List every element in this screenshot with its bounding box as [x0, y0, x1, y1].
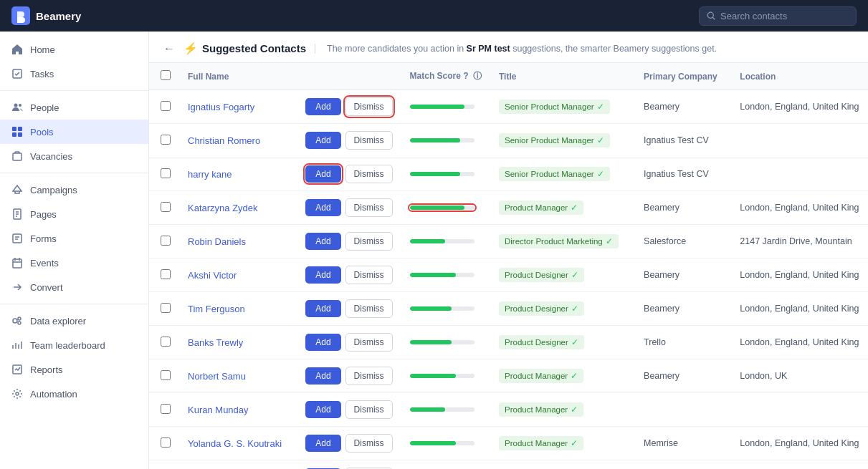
sidebar-item-reports[interactable]: Reports — [0, 357, 148, 382]
row-checkbox[interactable] — [161, 135, 171, 145]
sidebar-item-team-leaderboard[interactable]: Team leaderboard — [0, 333, 148, 357]
add-button[interactable]: Add — [305, 401, 340, 418]
dismiss-button[interactable]: Dismiss — [345, 434, 393, 453]
dismiss-button[interactable]: Dismiss — [345, 232, 393, 251]
row-checkbox-cell[interactable] — [149, 292, 179, 326]
row-contact-name-cell: Christian Romero — [179, 124, 297, 158]
row-contact-name-cell: harry kane — [179, 158, 297, 191]
search-contacts-box[interactable]: Search contacts — [699, 6, 857, 26]
sidebar-item-pages[interactable]: Pages — [0, 202, 148, 226]
row-checkbox-cell[interactable] — [149, 158, 179, 191]
row-checkbox[interactable] — [161, 437, 171, 448]
row-checkbox-cell[interactable] — [149, 427, 179, 460]
add-button[interactable]: Add — [305, 165, 340, 183]
dismiss-button[interactable]: Dismiss — [345, 131, 393, 150]
row-contact-name-cell: Tim Ferguson — [179, 292, 297, 326]
sidebar-item-convert[interactable]: Convert — [0, 275, 148, 299]
row-checkbox-cell[interactable] — [149, 191, 179, 225]
contact-name-link[interactable]: Akshi Victor — [188, 270, 237, 281]
svg-rect-12 — [13, 259, 22, 268]
contact-name-link[interactable]: Yolanda G. S. Koutraki — [188, 438, 282, 449]
add-button[interactable]: Add — [305, 233, 340, 250]
row-checkbox[interactable] — [161, 168, 171, 178]
contact-name-link[interactable]: Kuran Munday — [188, 405, 249, 415]
contact-name-link[interactable]: Christian Romero — [188, 135, 260, 146]
row-checkbox-cell[interactable] — [149, 359, 179, 393]
add-button[interactable]: Add — [305, 98, 340, 115]
row-title-cell: Product Designer ✓ — [490, 258, 635, 292]
row-actions-cell: AddDismiss — [297, 427, 401, 460]
subtitle-bold: Sr PM test — [467, 44, 513, 54]
contact-name-link[interactable]: Tim Ferguson — [188, 304, 245, 314]
contact-name-link[interactable]: harry kane — [188, 169, 232, 180]
sidebar-item-home[interactable]: Home — [0, 37, 148, 62]
search-placeholder: Search contacts — [720, 11, 787, 21]
sidebar-item-tasks[interactable]: Tasks — [0, 62, 148, 86]
add-button[interactable]: Add — [305, 367, 340, 385]
row-checkbox[interactable] — [161, 101, 171, 111]
row-checkbox[interactable] — [161, 404, 171, 414]
row-actions-cell: AddDismiss — [297, 359, 401, 393]
row-checkbox[interactable] — [161, 236, 171, 246]
row-match-score-cell — [401, 90, 490, 124]
row-checkbox[interactable] — [161, 337, 171, 347]
dismiss-button[interactable]: Dismiss — [345, 97, 393, 116]
sidebar-item-automation[interactable]: Automation — [0, 382, 148, 406]
row-checkbox-cell[interactable] — [149, 326, 179, 359]
sidebar-label-events: Events — [30, 258, 59, 269]
add-button[interactable]: Add — [305, 199, 340, 216]
contact-name-link[interactable]: Norbert Samu — [188, 371, 246, 382]
row-company-cell: Trello — [635, 326, 731, 359]
sidebar-item-campaigns[interactable]: Campaigns — [0, 178, 148, 202]
add-button[interactable]: Add — [305, 132, 340, 149]
dismiss-button[interactable]: Dismiss — [345, 333, 393, 352]
row-checkbox-cell[interactable] — [149, 124, 179, 158]
row-title-cell: Director Product Marketing ✓ — [490, 225, 635, 258]
sidebar-item-events[interactable]: Events — [0, 251, 148, 275]
row-location-cell: London, England, United King — [731, 427, 868, 460]
contact-name-link[interactable]: Ignatius Fogarty — [188, 102, 254, 112]
dismiss-button[interactable]: Dismiss — [345, 367, 393, 385]
row-checkbox[interactable] — [161, 269, 171, 279]
row-checkbox-cell[interactable] — [149, 225, 179, 258]
sidebar-item-people[interactable]: People — [0, 95, 148, 120]
table-row: Tim FergusonAddDismissProduct Designer ✓… — [149, 292, 868, 326]
row-checkbox-cell[interactable] — [149, 460, 179, 470]
row-contact-name-cell: Kuran Munday — [179, 393, 297, 427]
contact-name-link[interactable]: Robin Daniels — [188, 236, 246, 247]
row-title-cell: Senior Product Manager ✓ — [490, 90, 635, 124]
add-button[interactable]: Add — [305, 300, 340, 317]
row-checkbox-cell[interactable] — [149, 258, 179, 292]
dismiss-button[interactable]: Dismiss — [345, 400, 393, 419]
row-checkbox[interactable] — [161, 370, 171, 380]
sidebar-item-pools[interactable]: Pools — [0, 120, 148, 144]
sidebar-item-data-explorer[interactable]: Data explorer — [0, 309, 148, 333]
dismiss-button[interactable]: Dismiss — [345, 165, 393, 183]
row-checkbox[interactable] — [161, 303, 171, 313]
contact-name-link[interactable]: Banks Trewly — [188, 337, 243, 348]
select-all-checkbox[interactable] — [161, 70, 171, 80]
row-location-cell — [731, 124, 868, 158]
row-company-cell: Beamery — [635, 258, 731, 292]
match-score-info-icon[interactable]: ⓘ — [473, 71, 482, 81]
row-checkbox-cell[interactable] — [149, 393, 179, 427]
team-leaderboard-icon — [11, 339, 23, 351]
sidebar-label-campaigns: Campaigns — [30, 185, 77, 195]
dismiss-button[interactable]: Dismiss — [345, 299, 393, 318]
back-button[interactable]: ← — [163, 42, 175, 55]
add-button[interactable]: Add — [305, 435, 340, 452]
svg-rect-11 — [13, 234, 22, 243]
contact-name-link[interactable]: Katarzyna Zydek — [188, 203, 258, 213]
add-button[interactable]: Add — [305, 334, 340, 351]
sidebar-item-vacancies[interactable]: Vacancies — [0, 144, 148, 168]
row-checkbox[interactable] — [161, 202, 171, 212]
sidebar-label-data-explorer: Data explorer — [30, 316, 86, 327]
dismiss-button[interactable]: Dismiss — [345, 266, 393, 284]
add-button[interactable]: Add — [305, 266, 340, 284]
header-checkbox-cell[interactable] — [149, 63, 179, 90]
dismiss-button[interactable]: Dismiss — [345, 198, 393, 217]
title-badge: Product Manager ✓ — [499, 200, 583, 215]
sidebar-item-forms[interactable]: Forms — [0, 226, 148, 251]
row-checkbox-cell[interactable] — [149, 90, 179, 124]
subtitle-part2: suggestions, the smarter Beamery suggest… — [512, 44, 717, 54]
